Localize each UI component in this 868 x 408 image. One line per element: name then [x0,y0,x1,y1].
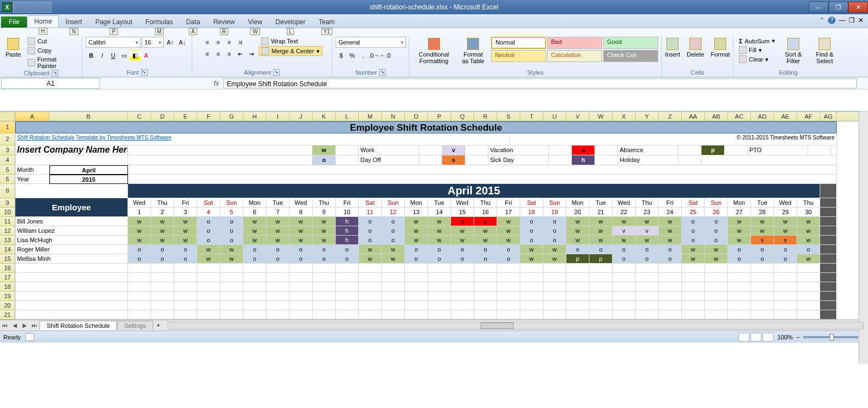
alignment-launcher[interactable]: ⬊ [273,69,280,76]
cell[interactable] [497,301,520,310]
col-header[interactable]: V [566,112,589,121]
cell[interactable]: o [151,254,174,264]
col-header[interactable]: AA [682,112,705,121]
cell[interactable] [820,208,837,217]
cell[interactable]: Bill Jones [15,217,128,226]
cell[interactable]: w [705,245,728,254]
cell[interactable] [774,273,797,282]
cell[interactable]: w [636,236,659,245]
cell[interactable]: w [705,254,728,264]
cell[interactable] [543,282,566,292]
cell[interactable] [566,264,589,273]
cell[interactable]: 27 [728,208,751,217]
sheet-tab-settings[interactable]: Settings [117,321,153,330]
cell[interactable]: w [797,236,820,245]
cell[interactable]: o [174,254,197,264]
row-header[interactable]: 21 [0,310,15,320]
align-middle[interactable]: ≡ [213,37,224,48]
cell[interactable]: o [451,245,474,254]
cell[interactable]: 3 [174,208,197,217]
cell[interactable] [751,301,774,310]
cell[interactable]: 22 [613,208,636,217]
cell[interactable]: o [543,226,566,236]
macro-record-icon[interactable] [25,333,34,341]
cell[interactable]: a [572,146,595,155]
cell[interactable]: h [336,217,359,226]
cell[interactable]: w [428,217,451,226]
cell[interactable] [174,273,197,282]
tab-insert[interactable]: InsertN [59,16,88,27]
cell[interactable]: o [728,254,751,264]
cell[interactable]: Sat [197,198,220,208]
cell[interactable] [128,282,151,292]
cell[interactable] [313,264,336,273]
cell[interactable]: o [543,236,566,245]
tab-review[interactable]: ReviewR [207,16,241,27]
cell[interactable]: 2 [151,208,174,217]
col-header[interactable]: Q [451,112,474,121]
italic-button[interactable]: I [97,50,108,61]
cell[interactable]: w [751,226,774,236]
clipboard-launcher[interactable]: ⬊ [52,70,58,76]
cell[interactable]: w [359,254,382,264]
view-normal[interactable] [738,333,749,342]
tab-data[interactable]: DataA [180,16,207,27]
cell[interactable]: w [359,245,382,254]
cell[interactable] [589,282,613,292]
cell[interactable] [151,273,174,282]
cell[interactable] [520,273,543,282]
sheet-tab-active[interactable]: Shift Rotation Schedule [40,321,117,330]
cell[interactable] [520,301,543,310]
increase-indent[interactable]: ⇥ [246,48,257,59]
cell[interactable] [336,264,359,273]
cell[interactable]: 26 [705,208,728,217]
row-header[interactable]: 13 [0,236,15,245]
cell[interactable]: w [659,236,682,245]
cell[interactable]: w [543,245,566,254]
cell[interactable]: Fri [497,198,520,208]
cell[interactable]: Tue [589,198,613,208]
col-header[interactable]: H [243,112,266,121]
cell[interactable]: w [174,217,197,226]
cell[interactable]: 12 [382,208,405,217]
cell[interactable] [595,155,618,165]
col-header[interactable]: C [128,112,151,121]
cell[interactable] [751,273,774,282]
cell[interactable]: Wed [290,198,313,208]
cell[interactable] [405,282,428,292]
cell[interactable] [728,310,751,320]
cell[interactable] [659,282,682,292]
row-header[interactable]: 8 [0,184,15,198]
cell[interactable] [705,282,728,292]
cell[interactable]: Fri [659,198,682,208]
view-pagebreak[interactable] [763,333,774,342]
cell[interactable]: o [382,226,405,236]
col-header[interactable]: E [174,112,197,121]
cell[interactable]: w [566,217,589,226]
cell[interactable] [474,264,497,273]
cell[interactable]: w [128,226,151,236]
autosum-button[interactable]: Σ AutoSum ▾ [737,37,777,45]
tab-formulas[interactable]: FormulasM [139,16,180,27]
cell[interactable]: w [728,236,751,245]
cell[interactable]: w [543,254,566,264]
cell[interactable]: w [220,245,243,254]
cell[interactable]: w [682,245,705,254]
cell[interactable] [613,282,636,292]
conditional-formatting-button[interactable]: Conditional Formatting [413,37,455,65]
cell[interactable]: o [243,254,266,264]
cell[interactable] [451,264,474,273]
col-header[interactable]: B [49,112,128,121]
cell[interactable]: w [266,226,290,236]
cell[interactable]: s [442,155,465,165]
row-header[interactable]: 11 [0,217,15,226]
cell[interactable]: w [405,226,428,236]
cell[interactable]: w [151,236,174,245]
cell[interactable]: o [197,236,220,245]
cell[interactable]: w [589,236,613,245]
cell[interactable] [820,310,837,320]
increase-decimal[interactable]: .0→ [369,50,380,61]
cell[interactable]: 25 [682,208,705,217]
cell[interactable]: Thu [151,198,174,208]
horizontal-scrollbar[interactable] [168,322,864,329]
